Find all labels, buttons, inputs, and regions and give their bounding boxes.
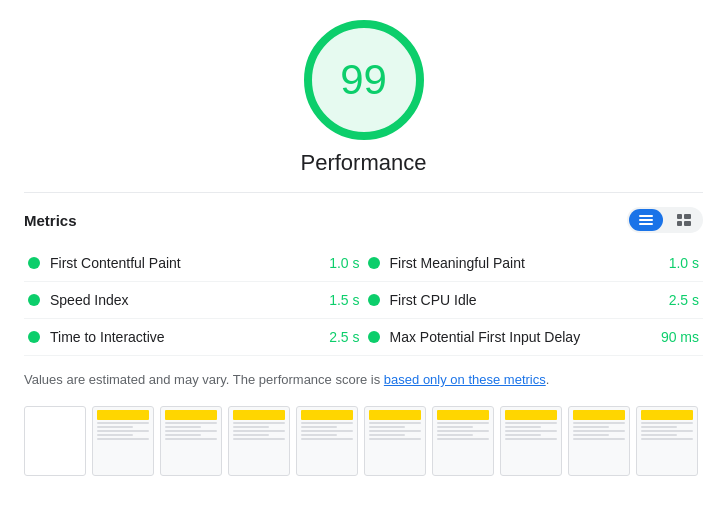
- metric-row-mpfid: Max Potential First Input Delay 90 ms: [364, 319, 704, 356]
- svg-rect-2: [639, 223, 653, 225]
- metric-value-si: 1.5 s: [329, 292, 359, 308]
- svg-rect-6: [684, 221, 691, 226]
- metric-name-mpfid: Max Potential First Input Delay: [390, 329, 653, 345]
- svg-rect-0: [639, 215, 653, 217]
- svg-rect-4: [684, 214, 691, 219]
- filmstrip-frame-9: [636, 406, 698, 476]
- metric-value-mpfid: 90 ms: [661, 329, 699, 345]
- metrics-grid: First Contentful Paint 1.0 s First Meani…: [24, 245, 703, 356]
- metric-name-si: Speed Index: [50, 292, 321, 308]
- score-label: Performance: [301, 150, 427, 176]
- filmstrip: [24, 406, 703, 476]
- filmstrip-frame-2: [160, 406, 222, 476]
- metric-row-fcp: First Contentful Paint 1.0 s: [24, 245, 364, 282]
- filmstrip-frame-1: [92, 406, 154, 476]
- filmstrip-frame-3: [228, 406, 290, 476]
- view-toggle: [627, 207, 703, 233]
- svg-rect-3: [677, 214, 682, 219]
- metric-name-tti: Time to Interactive: [50, 329, 321, 345]
- metric-name-fmp: First Meaningful Paint: [390, 255, 661, 271]
- filmstrip-frame-5: [364, 406, 426, 476]
- filmstrip-frame-8: [568, 406, 630, 476]
- filmstrip-frame-4: [296, 406, 358, 476]
- metric-dot-mpfid: [368, 331, 380, 343]
- metric-row-fci: First CPU Idle 2.5 s: [364, 282, 704, 319]
- metric-dot-si: [28, 294, 40, 306]
- svg-rect-5: [677, 221, 682, 226]
- grid-icon: [677, 214, 691, 226]
- score-circle: 99: [304, 20, 424, 140]
- metric-dot-tti: [28, 331, 40, 343]
- grid-view-button[interactable]: [667, 209, 701, 231]
- metric-row-si: Speed Index 1.5 s: [24, 282, 364, 319]
- metric-dot-fmp: [368, 257, 380, 269]
- metric-row-fmp: First Meaningful Paint 1.0 s: [364, 245, 704, 282]
- score-section: 99 Performance: [24, 20, 703, 176]
- metric-value-tti: 2.5 s: [329, 329, 359, 345]
- metric-row-tti: Time to Interactive 2.5 s: [24, 319, 364, 356]
- metrics-header: Metrics: [24, 192, 703, 233]
- metric-dot-fci: [368, 294, 380, 306]
- filmstrip-frame-6: [432, 406, 494, 476]
- list-icon: [639, 214, 653, 226]
- filmstrip-frame-7: [500, 406, 562, 476]
- metric-value-fcp: 1.0 s: [329, 255, 359, 271]
- filmstrip-frame-0: [24, 406, 86, 476]
- metrics-title: Metrics: [24, 212, 77, 229]
- score-value: 99: [340, 56, 387, 104]
- note-link[interactable]: based only on these metrics: [384, 372, 546, 387]
- metric-name-fcp: First Contentful Paint: [50, 255, 321, 271]
- svg-rect-1: [639, 219, 653, 221]
- metric-value-fmp: 1.0 s: [669, 255, 699, 271]
- metric-dot-fcp: [28, 257, 40, 269]
- note-text-before: Values are estimated and may vary. The p…: [24, 372, 384, 387]
- list-view-button[interactable]: [629, 209, 663, 231]
- metric-value-fci: 2.5 s: [669, 292, 699, 308]
- metric-name-fci: First CPU Idle: [390, 292, 661, 308]
- note-section: Values are estimated and may vary. The p…: [24, 370, 703, 390]
- note-text-after: .: [546, 372, 550, 387]
